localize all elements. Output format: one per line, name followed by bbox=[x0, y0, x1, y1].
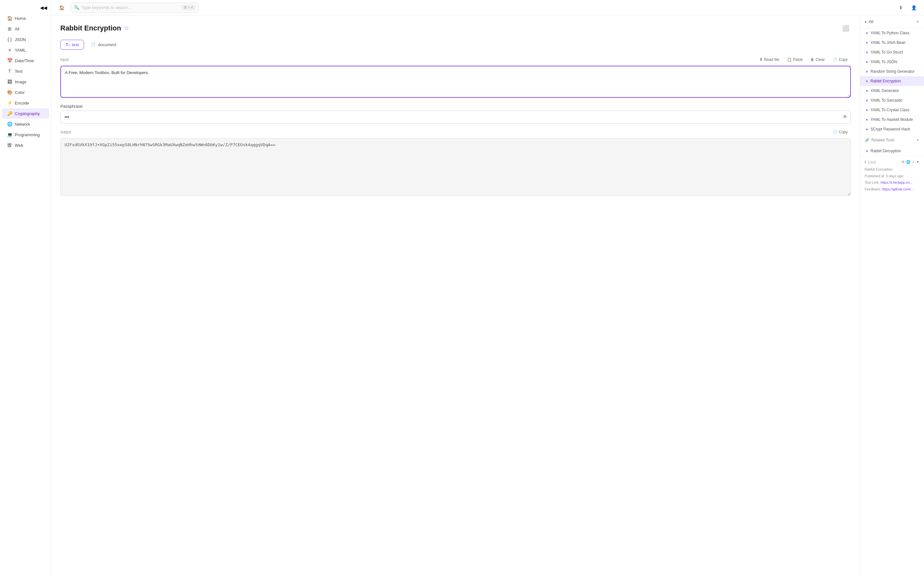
tool-label-yaml-to-crystal: YAML To Crystal Class bbox=[871, 108, 909, 112]
sidebar-item-text[interactable]: TText bbox=[2, 66, 49, 76]
related-tool-rabbit-decryption[interactable]: ♦Rabbit Decryption bbox=[860, 146, 924, 156]
input-textarea[interactable]: <span class="selected-text">A Free, Mode… bbox=[60, 66, 851, 98]
tool-label-yaml-to-python: YAML To Python Class bbox=[871, 31, 909, 35]
panel-tool-yaml-generator[interactable]: ♦YAML Generator bbox=[860, 86, 924, 95]
search-bar[interactable]: 🔍 Type keywords to search... ⌘ + K bbox=[71, 3, 199, 13]
tool-link-row: Tool Link: https://t.he3app.co... bbox=[865, 180, 919, 185]
tab-document[interactable]: 📄 document bbox=[86, 40, 121, 50]
tool-icon-yaml-to-java: ♦ bbox=[866, 40, 868, 45]
text-tab-icon: T↕ bbox=[66, 43, 70, 47]
version-tool-name: Rabbit Encryption bbox=[865, 167, 919, 172]
sidebar-item-programming[interactable]: 💻Programming bbox=[2, 129, 49, 140]
input-actions: ⬆ Read file 📋 Paste 🗑 Clear 📄 bbox=[756, 56, 851, 63]
web-icon: 🕸 bbox=[7, 143, 12, 148]
sidebar-item-label: Encode bbox=[15, 101, 29, 105]
sidebar-item-cryptography[interactable]: 🔑Cryptography bbox=[2, 108, 49, 119]
programming-icon: 💻 bbox=[7, 132, 12, 137]
version-published: Published at: 5 days ago bbox=[865, 173, 919, 179]
sidebar-item-web[interactable]: 🕸Web bbox=[2, 140, 49, 150]
output-label: output 📄 Copy bbox=[60, 129, 851, 135]
sidebar-item-label: Image bbox=[15, 79, 26, 84]
info-icon: ℹ bbox=[865, 160, 866, 164]
sidebar-item-label: Date/Time bbox=[15, 58, 34, 63]
tabs: T↕ text 📄 document bbox=[60, 40, 851, 50]
json-icon: { } bbox=[7, 37, 12, 42]
all-dropdown[interactable]: ♦ All ▼ bbox=[860, 15, 924, 28]
clear-button[interactable]: 🗑 Clear bbox=[807, 56, 828, 63]
sidebar-item-json[interactable]: { }JSON bbox=[2, 34, 49, 45]
all-chevron-icon: ▼ bbox=[916, 20, 919, 24]
sidebar-item-datetime[interactable]: 📅Date/Time bbox=[2, 55, 49, 66]
panel-tool-yaml-to-python[interactable]: ♦YAML To Python Class bbox=[860, 28, 924, 38]
tool-icon-yaml-to-json: ♦ bbox=[866, 60, 868, 64]
document-tab-icon: 📄 bbox=[91, 42, 96, 47]
sidebar-item-image[interactable]: 🖼Image bbox=[2, 77, 49, 87]
tool-label-yaml-to-haskell: YAML To Haskell Module bbox=[871, 117, 913, 122]
sidebar-toggle[interactable]: ◀◀ bbox=[0, 3, 51, 13]
sidebar-item-network[interactable]: 🌐Network bbox=[2, 119, 49, 129]
sidebar-item-home[interactable]: 🏠Home bbox=[2, 13, 49, 23]
panel-tool-yaml-to-sarcastic[interactable]: ♦YAML To Sarcastic bbox=[860, 95, 924, 105]
encode-icon: ⚡ bbox=[7, 100, 12, 105]
tool-icon-scrypt-password: ♦ bbox=[866, 127, 868, 131]
tool-panel: Rabbit Encryption ☆ ⬜ T↕ text 📄 document… bbox=[51, 15, 860, 577]
version-section: ℹ 1.0.0 ⚙ 🌐 ✓ ▼ Rabbit Encryption Publis… bbox=[860, 156, 924, 197]
favorite-button[interactable]: ☆ bbox=[124, 25, 129, 32]
sidebar-item-label: YAML bbox=[15, 48, 26, 53]
output-textarea[interactable]: U2FsdGVkX19fJ+XGpZi55xepS8LHNrhN7SwSRGk3… bbox=[60, 138, 851, 196]
sidebar-item-encode[interactable]: ⚡Encode bbox=[2, 98, 49, 108]
tab-text[interactable]: T↕ text bbox=[60, 40, 84, 50]
panel-tool-yaml-to-go[interactable]: ♦YAML To Go Struct bbox=[860, 47, 924, 57]
panel-tool-random-string[interactable]: ♦Random String Generator bbox=[860, 67, 924, 76]
tool-icon-yaml-to-sarcastic: ♦ bbox=[866, 98, 868, 103]
sidebar-item-color[interactable]: 🎨Color bbox=[2, 87, 49, 97]
panel-tool-yaml-to-json[interactable]: ♦YAML To JSON bbox=[860, 57, 924, 67]
related-tools-header[interactable]: 🔗 Related Tools ▼ bbox=[860, 134, 924, 146]
paste-button[interactable]: 📋 Paste bbox=[784, 56, 806, 63]
copy-input-button[interactable]: 📄 Copy bbox=[829, 56, 851, 63]
tool-header: Rabbit Encryption ☆ ⬜ bbox=[60, 23, 851, 33]
share-button[interactable]: ⬆ bbox=[896, 3, 906, 13]
tool-title: Rabbit Encryption bbox=[60, 24, 121, 32]
panel-tool-rabbit-encryption[interactable]: ♦Rabbit Encryption bbox=[860, 76, 924, 86]
tool-label-yaml-to-sarcastic: YAML To Sarcastic bbox=[871, 98, 903, 103]
sidebar-item-label: JSON bbox=[15, 37, 26, 42]
sidebar-item-yaml[interactable]: ≡YAML bbox=[2, 45, 49, 55]
yaml-icon: ≡ bbox=[7, 47, 12, 53]
all-icon: ⊞ bbox=[7, 26, 12, 31]
sidebar-item-label: Programming bbox=[15, 132, 40, 137]
tool-icon-rabbit-encryption: ♦ bbox=[866, 79, 868, 83]
globe-icon[interactable]: 🌐 bbox=[906, 160, 911, 164]
related-tools-label: Related Tools bbox=[871, 138, 895, 142]
panel-tool-scrypt-password[interactable]: ♦SCrypt Password Hash bbox=[860, 124, 924, 134]
layout-button[interactable]: ⬜ bbox=[841, 23, 851, 33]
tool-icon-yaml-to-haskell: ♦ bbox=[866, 117, 868, 122]
tool-label-yaml-to-json: YAML To JSON bbox=[871, 60, 897, 64]
right-panel: ♦ All ▼ ♦YAML To Python Class♦YAML To JA… bbox=[860, 15, 924, 577]
read-file-button[interactable]: ⬆ Read file bbox=[756, 56, 782, 63]
related-tools-list: ♦Rabbit Decryption bbox=[860, 146, 924, 156]
sidebar-item-label: Text bbox=[15, 69, 23, 74]
copy-output-button[interactable]: 📄 Copy bbox=[829, 129, 851, 135]
home-button[interactable]: 🏠 bbox=[57, 3, 67, 13]
search-icon: 🔍 bbox=[74, 5, 79, 10]
account-button[interactable]: 👤 bbox=[909, 3, 919, 13]
text-icon: T bbox=[7, 69, 12, 74]
tool-label-yaml-generator: YAML Generator bbox=[871, 89, 899, 93]
sidebar-item-all[interactable]: ⊞All bbox=[2, 24, 49, 34]
panel-tool-yaml-to-java[interactable]: ♦YAML To JAVA Bean bbox=[860, 38, 924, 47]
panel-tool-yaml-to-crystal[interactable]: ♦YAML To Crystal Class bbox=[860, 105, 924, 115]
related-tools-section: 🔗 Related Tools ▼ ♦Rabbit Decryption bbox=[860, 134, 924, 156]
tool-link[interactable]: https://t.he3app.co... bbox=[881, 181, 913, 184]
tool-icon-yaml-generator: ♦ bbox=[866, 89, 868, 93]
feedback-link[interactable]: https://github.com/... bbox=[882, 187, 914, 191]
tool-label-random-string: Random String Generator bbox=[871, 69, 914, 74]
passphrase-input[interactable] bbox=[60, 111, 851, 123]
panel-tool-yaml-to-haskell[interactable]: ♦YAML To Haskell Module bbox=[860, 115, 924, 124]
tool-icon-yaml-to-python: ♦ bbox=[866, 31, 868, 35]
password-visibility-toggle[interactable]: 👁 bbox=[843, 114, 848, 120]
collapse-icon: ◀◀ bbox=[40, 5, 47, 10]
expand-icon[interactable]: ▼ bbox=[916, 160, 919, 164]
settings-icon[interactable]: ⚙ bbox=[901, 160, 905, 164]
tool-icon-yaml-to-crystal: ♦ bbox=[866, 108, 868, 112]
